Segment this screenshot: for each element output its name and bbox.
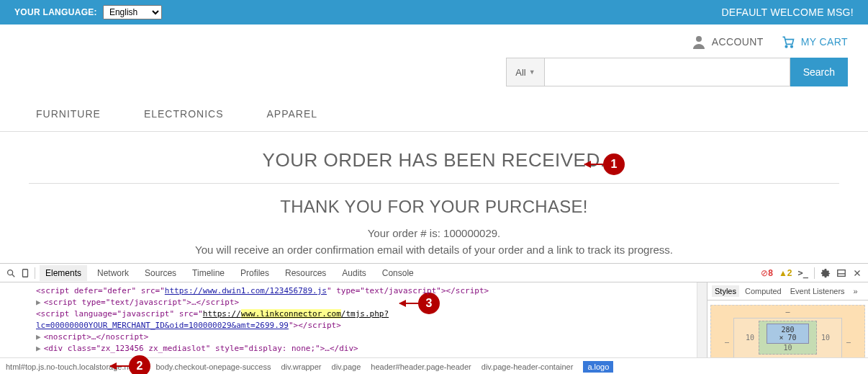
order-info: You will receive an order confirmation e… [29,244,839,256]
bc-item[interactable]: div.wrapper [281,362,321,371]
sidebar-more-icon[interactable]: » [851,285,861,297]
search-row: All ▼ Search [0,53,868,97]
language-select[interactable]: English [103,5,162,19]
devtools: Elements Network Sources Timeline Profil… [0,263,868,374]
cart-link[interactable]: MY CART [781,35,848,49]
error-indicator[interactable]: ⊘8 [761,268,773,278]
search-category[interactable]: All ▼ [507,58,544,86]
nav-apparel[interactable]: APPAREL [266,108,317,120]
search-wrap: All ▼ [506,58,790,86]
thank-you-heading: THANK YOU FOR YOUR PURCHASE! [29,197,839,217]
bc-item[interactable]: html#top.js.no-touch.localstorage.no-ios [6,362,145,371]
annotation-2: 2 [129,355,150,374]
console-drawer-icon[interactable]: >_ [798,268,808,278]
search-input[interactable] [545,58,790,86]
sidebar-tab-styles[interactable]: Styles [712,285,739,297]
close-icon[interactable] [852,268,862,278]
tab-resources[interactable]: Resources [279,265,332,281]
bc-item[interactable]: body.checkout-onepage-success [155,362,271,371]
annotation-1: 1 [603,153,625,175]
gear-icon[interactable] [820,268,831,278]
tab-audits[interactable]: Audits [336,265,371,281]
account-label: ACCOUNT [712,36,764,48]
bc-item[interactable]: div.page-header-container [482,362,574,371]
tab-console[interactable]: Console [376,265,420,281]
account-link[interactable]: ACCOUNT [692,35,764,49]
svg-rect-4 [23,269,28,277]
user-icon [692,35,706,49]
svg-point-1 [785,45,787,47]
sidebar-tab-events[interactable]: Event Listeners [787,285,848,297]
chevron-down-icon: ▼ [529,68,535,76]
scrollbar[interactable] [697,282,707,357]
welcome-msg: DEFAULT WELCOME MSG! [721,6,854,18]
svg-point-3 [8,270,13,275]
devtools-toolbar: Elements Network Sources Timeline Profil… [0,264,868,282]
bc-item[interactable]: div.page [332,362,361,371]
main-nav: FURNITURE ELECTRONICS APPAREL [0,97,868,132]
device-icon[interactable] [20,268,30,278]
language-label: YOUR LANGUAGE: [14,7,97,17]
svg-point-2 [790,45,792,47]
tab-profiles[interactable]: Profiles [235,265,275,281]
cart-label: MY CART [801,36,848,48]
box-model: – – 10 280 × 70 10 10 [707,300,868,357]
svg-rect-5 [838,270,846,276]
search-icon[interactable] [6,268,16,278]
tab-elements[interactable]: Elements [40,265,87,281]
sidebar-tab-computed[interactable]: Computed [742,285,785,297]
main-content: YOUR ORDER HAS BEEN RECEIVED. THANK YOU … [0,132,868,263]
bc-item[interactable]: header#header.page-header [371,362,471,371]
devtools-body: <script defer="defer" src="https://www.d… [0,282,868,357]
cart-icon [781,35,795,49]
header: ACCOUNT MY CART [0,25,868,53]
tab-timeline[interactable]: Timeline [186,265,230,281]
order-number: Your order # is: 100000029. [29,227,839,239]
styles-sidebar: Styles Computed Event Listeners » – – 10 [707,282,868,357]
tab-sources[interactable]: Sources [139,265,182,281]
bc-item-selected[interactable]: a.logo [583,361,613,373]
search-button[interactable]: Search [790,58,848,86]
search-category-label: All [515,67,525,78]
nav-furniture[interactable]: FURNITURE [36,108,101,120]
annotation-arrow-2 [110,365,130,367]
dock-icon[interactable] [836,268,846,278]
tab-network[interactable]: Network [91,265,135,281]
box-model-content: 280 × 70 [767,324,809,344]
svg-point-0 [696,36,702,42]
warning-indicator[interactable]: ▲2 [779,268,792,278]
nav-electronics[interactable]: ELECTRONICS [144,108,224,120]
annotation-arrow-1 [584,164,605,165]
elements-panel[interactable]: <script defer="defer" src="https://www.d… [0,282,707,357]
order-received-heading: YOUR ORDER HAS BEEN RECEIVED. [29,149,839,184]
top-bar: YOUR LANGUAGE: English DEFAULT WELCOME M… [0,0,868,25]
